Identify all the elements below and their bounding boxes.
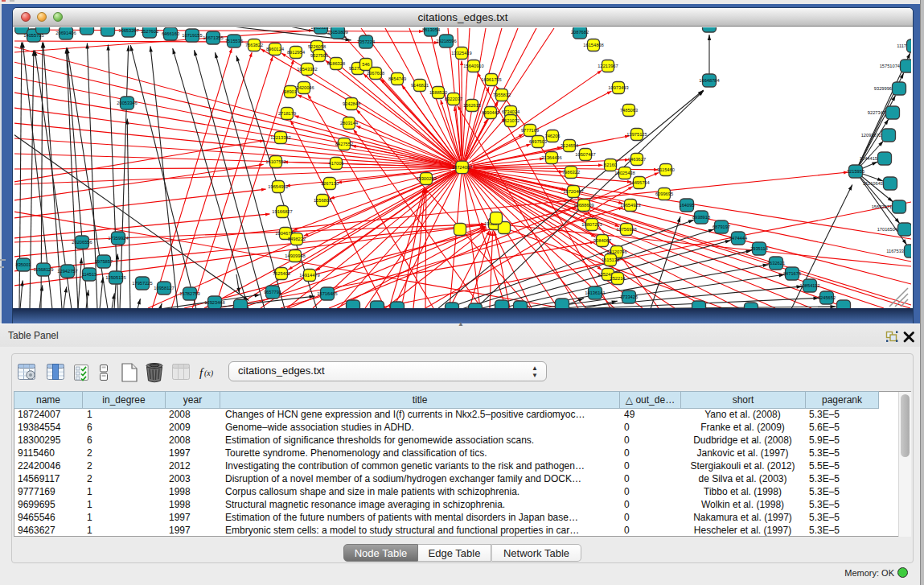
svg-text:16053809: 16053809	[327, 30, 347, 35]
svg-text:62160: 62160	[604, 163, 617, 167]
svg-text:1117: 1117	[897, 43, 906, 48]
svg-text:8990443: 8990443	[482, 110, 499, 115]
svg-text:10958127: 10958127	[154, 286, 174, 290]
svg-text:7955812: 7955812	[493, 93, 511, 97]
svg-text:12923448: 12923448	[204, 300, 224, 305]
svg-text:3124554: 3124554	[561, 143, 578, 148]
svg-text:14914479: 14914479	[299, 273, 319, 278]
svg-text:7357224: 7357224	[357, 39, 375, 44]
svg-text:12093872: 12093872	[861, 133, 881, 138]
svg-text:12213382: 12213382	[270, 135, 290, 140]
svg-text:6879197: 6879197	[713, 225, 730, 229]
svg-text:17957225: 17957225	[132, 281, 152, 286]
svg-text:9975857: 9975857	[95, 259, 113, 264]
svg-text:6466160: 6466160	[162, 31, 179, 36]
svg-text:15640910: 15640910	[463, 64, 483, 68]
svg-text:2367608: 2367608	[367, 71, 384, 76]
svg-text:16782759: 16782759	[179, 291, 199, 296]
svg-text:15720407: 15720407	[563, 189, 583, 194]
svg-text:14136141: 14136141	[585, 290, 605, 295]
svg-text:18724007: 18724007	[452, 165, 472, 170]
svg-text:1733426: 1733426	[620, 295, 638, 299]
svg-text:13325419: 13325419	[451, 51, 471, 56]
svg-text:9146821: 9146821	[411, 83, 429, 88]
svg-text:10756928: 10756928	[616, 227, 636, 232]
svg-text:16107552: 16107552	[265, 159, 285, 164]
svg-text:20053346: 20053346	[117, 101, 137, 105]
svg-text:8454749: 8454749	[388, 76, 406, 81]
svg-text:9463627: 9463627	[628, 157, 646, 162]
svg-text:12505135: 12505135	[105, 275, 125, 280]
svg-text:14495754: 14495754	[629, 180, 649, 185]
svg-text:(x): (x)	[204, 369, 214, 378]
svg-text:16648784: 16648784	[699, 78, 719, 83]
svg-text:9657791: 9657791	[264, 290, 281, 295]
svg-text:17016504: 17016504	[877, 227, 897, 232]
svg-text:3267130: 3267130	[321, 181, 339, 186]
svg-text:20691406: 20691406	[55, 31, 76, 35]
svg-text:19218596: 19218596	[436, 39, 456, 43]
svg-text:10653267: 10653267	[118, 28, 138, 33]
svg-text:20206556: 20206556	[72, 240, 92, 245]
svg-text:9329996: 9329996	[874, 86, 892, 91]
svg-text:7485063: 7485063	[620, 108, 638, 113]
svg-text:7986322: 7986322	[562, 170, 580, 175]
svg-text:6497503: 6497503	[529, 139, 547, 144]
svg-text:1527602: 1527602	[141, 29, 158, 34]
svg-text:21364436: 21364436	[541, 155, 561, 160]
svg-text:16154808: 16154808	[583, 43, 603, 47]
svg-text:15692971: 15692971	[872, 204, 892, 209]
svg-text:10543382: 10543382	[297, 67, 317, 72]
svg-text:19300293: 19300293	[416, 176, 436, 181]
svg-text:19654923: 19654923	[620, 203, 640, 208]
svg-text:8938918: 8938918	[692, 215, 710, 220]
svg-text:13975125: 13975125	[626, 132, 647, 137]
svg-text:2935114: 2935114	[750, 246, 768, 251]
svg-text:16671355: 16671355	[203, 35, 223, 40]
svg-text:18807293: 18807293	[581, 222, 602, 227]
svg-text:8322037: 8322037	[445, 97, 462, 101]
svg-text:9777169: 9777169	[521, 128, 539, 133]
svg-text:5226058: 5226058	[308, 44, 326, 49]
svg-text:1562615: 1562615	[463, 103, 481, 108]
svg-text:8471676: 8471676	[783, 271, 801, 276]
svg-text:14909948: 14909948	[285, 253, 305, 258]
svg-text:7663822: 7663822	[245, 43, 263, 47]
svg-text:98901: 98901	[284, 89, 297, 94]
svg-text:1588520: 1588520	[429, 90, 447, 95]
svg-text:8427552: 8427552	[335, 142, 353, 146]
svg-text:7632621: 7632621	[767, 261, 785, 266]
svg-text:17359924: 17359924	[108, 236, 128, 241]
svg-text:9245652: 9245652	[818, 295, 836, 300]
svg-text:2803144: 2803144	[340, 121, 358, 126]
svg-text:9474444: 9474444	[729, 236, 747, 241]
svg-text:6734024: 6734024	[502, 109, 519, 114]
svg-text:10507487: 10507487	[575, 152, 595, 157]
svg-text:9084067: 9084067	[593, 238, 611, 243]
svg-text:8186328: 8186328	[327, 61, 345, 66]
svg-text:835001: 835001	[16, 262, 31, 267]
svg-text:114513: 114513	[82, 272, 97, 277]
svg-text:2087682: 2087682	[571, 30, 589, 35]
svg-text:252214: 252214	[610, 276, 626, 281]
svg-text:12942757: 12942757	[57, 269, 77, 274]
svg-text:16210643: 16210643	[863, 181, 883, 186]
svg-text:6099695: 6099695	[655, 192, 673, 196]
svg-text:1167533: 1167533	[886, 249, 904, 253]
svg-text:12213967: 12213967	[598, 64, 618, 68]
svg-text:1621072: 1621072	[502, 118, 519, 123]
svg-text:7625402: 7625402	[273, 271, 290, 276]
svg-text:164095: 164095	[680, 203, 695, 208]
svg-text:2718179: 2718179	[278, 111, 296, 116]
svg-text:5498222: 5498222	[288, 237, 306, 241]
svg-text:1244415: 1244415	[860, 156, 877, 161]
svg-text:1556808: 1556808	[314, 198, 331, 203]
svg-text:8960124: 8960124	[266, 47, 284, 51]
svg-text:9242848: 9242848	[343, 101, 360, 106]
svg-text:10854112: 10854112	[800, 283, 820, 288]
svg-text:10688609: 10688609	[573, 203, 593, 208]
svg-text:8813054: 8813054	[422, 27, 440, 32]
svg-text:11568129: 11568129	[34, 267, 54, 272]
svg-text:1615132: 1615132	[602, 257, 619, 262]
svg-text:10025438: 10025438	[614, 171, 634, 175]
